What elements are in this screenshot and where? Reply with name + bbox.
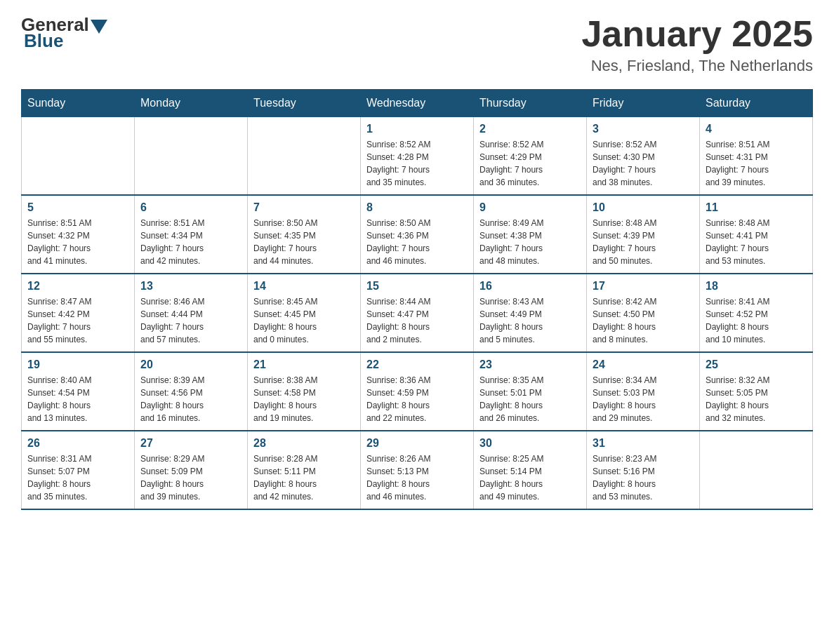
calendar-cell: 24Sunrise: 8:34 AM Sunset: 5:03 PM Dayli… [587, 352, 700, 431]
day-info: Sunrise: 8:29 AM Sunset: 5:09 PM Dayligh… [140, 452, 241, 503]
calendar-cell: 17Sunrise: 8:42 AM Sunset: 4:50 PM Dayli… [587, 274, 700, 352]
calendar-table: SundayMondayTuesdayWednesdayThursdayFrid… [21, 89, 813, 510]
weekday-header-thursday: Thursday [474, 90, 587, 117]
calendar-body: 1Sunrise: 8:52 AM Sunset: 4:28 PM Daylig… [22, 117, 813, 510]
calendar-cell: 15Sunrise: 8:44 AM Sunset: 4:47 PM Dayli… [361, 274, 474, 352]
day-info: Sunrise: 8:44 AM Sunset: 4:47 PM Dayligh… [366, 295, 468, 346]
calendar-cell [700, 431, 813, 509]
day-info: Sunrise: 8:25 AM Sunset: 5:14 PM Dayligh… [479, 452, 581, 503]
calendar-cell: 12Sunrise: 8:47 AM Sunset: 4:42 PM Dayli… [22, 274, 135, 352]
weekday-header-tuesday: Tuesday [248, 90, 361, 117]
day-number: 7 [253, 201, 355, 214]
day-number: 22 [366, 358, 468, 371]
weekday-header-wednesday: Wednesday [361, 90, 474, 117]
day-info: Sunrise: 8:52 AM Sunset: 4:29 PM Dayligh… [479, 138, 581, 189]
day-info: Sunrise: 8:23 AM Sunset: 5:16 PM Dayligh… [593, 452, 694, 503]
day-number: 18 [706, 280, 807, 293]
calendar-cell: 26Sunrise: 8:31 AM Sunset: 5:07 PM Dayli… [22, 431, 135, 509]
weekday-header-monday: Monday [135, 90, 248, 117]
day-info: Sunrise: 8:41 AM Sunset: 4:52 PM Dayligh… [706, 295, 807, 346]
calendar-cell: 6Sunrise: 8:51 AM Sunset: 4:34 PM Daylig… [135, 195, 248, 274]
calendar-cell: 2Sunrise: 8:52 AM Sunset: 4:29 PM Daylig… [474, 117, 587, 196]
day-info: Sunrise: 8:38 AM Sunset: 4:58 PM Dayligh… [253, 374, 355, 424]
calendar-week-4: 19Sunrise: 8:40 AM Sunset: 4:54 PM Dayli… [22, 352, 813, 431]
day-info: Sunrise: 8:36 AM Sunset: 4:59 PM Dayligh… [366, 374, 468, 424]
day-info: Sunrise: 8:39 AM Sunset: 4:56 PM Dayligh… [140, 374, 241, 424]
day-number: 28 [253, 437, 355, 450]
weekday-header-saturday: Saturday [700, 90, 813, 117]
calendar-week-3: 12Sunrise: 8:47 AM Sunset: 4:42 PM Dayli… [22, 274, 813, 352]
calendar-cell: 3Sunrise: 8:52 AM Sunset: 4:30 PM Daylig… [587, 117, 700, 196]
day-info: Sunrise: 8:48 AM Sunset: 4:41 PM Dayligh… [706, 217, 807, 267]
day-info: Sunrise: 8:49 AM Sunset: 4:38 PM Dayligh… [479, 217, 581, 267]
day-info: Sunrise: 8:32 AM Sunset: 5:05 PM Dayligh… [706, 374, 807, 424]
day-info: Sunrise: 8:26 AM Sunset: 5:13 PM Dayligh… [366, 452, 468, 503]
day-info: Sunrise: 8:28 AM Sunset: 5:11 PM Dayligh… [253, 452, 355, 503]
title-section: January 2025 Nes, Friesland, The Netherl… [581, 14, 813, 75]
calendar-cell: 14Sunrise: 8:45 AM Sunset: 4:45 PM Dayli… [248, 274, 361, 352]
day-number: 13 [140, 280, 241, 293]
day-info: Sunrise: 8:46 AM Sunset: 4:44 PM Dayligh… [140, 295, 241, 346]
calendar-cell: 28Sunrise: 8:28 AM Sunset: 5:11 PM Dayli… [248, 431, 361, 509]
day-number: 2 [479, 123, 581, 135]
calendar-title: January 2025 [581, 14, 813, 54]
calendar-cell: 25Sunrise: 8:32 AM Sunset: 5:05 PM Dayli… [700, 352, 813, 431]
day-info: Sunrise: 8:40 AM Sunset: 4:54 PM Dayligh… [27, 374, 128, 424]
day-number: 3 [593, 123, 694, 135]
day-info: Sunrise: 8:34 AM Sunset: 5:03 PM Dayligh… [593, 374, 694, 424]
day-info: Sunrise: 8:51 AM Sunset: 4:34 PM Dayligh… [140, 217, 241, 267]
day-info: Sunrise: 8:42 AM Sunset: 4:50 PM Dayligh… [593, 295, 694, 346]
calendar-cell: 5Sunrise: 8:51 AM Sunset: 4:32 PM Daylig… [22, 195, 135, 274]
day-info: Sunrise: 8:35 AM Sunset: 5:01 PM Dayligh… [479, 374, 581, 424]
day-number: 4 [706, 123, 807, 135]
day-number: 5 [27, 201, 128, 214]
calendar-cell: 29Sunrise: 8:26 AM Sunset: 5:13 PM Dayli… [361, 431, 474, 509]
logo-triangle-icon [91, 20, 107, 34]
day-number: 17 [593, 280, 694, 293]
logo: General Blue [21, 14, 109, 52]
day-info: Sunrise: 8:45 AM Sunset: 4:45 PM Dayligh… [253, 295, 355, 346]
day-number: 19 [27, 358, 128, 371]
calendar-week-2: 5Sunrise: 8:51 AM Sunset: 4:32 PM Daylig… [22, 195, 813, 274]
calendar-cell: 30Sunrise: 8:25 AM Sunset: 5:14 PM Dayli… [474, 431, 587, 509]
calendar-cell: 1Sunrise: 8:52 AM Sunset: 4:28 PM Daylig… [361, 117, 474, 196]
calendar-cell: 9Sunrise: 8:49 AM Sunset: 4:38 PM Daylig… [474, 195, 587, 274]
day-number: 27 [140, 437, 241, 450]
day-number: 23 [479, 358, 581, 371]
calendar-cell: 16Sunrise: 8:43 AM Sunset: 4:49 PM Dayli… [474, 274, 587, 352]
day-number: 30 [479, 437, 581, 450]
day-number: 31 [593, 437, 694, 450]
calendar-cell: 13Sunrise: 8:46 AM Sunset: 4:44 PM Dayli… [135, 274, 248, 352]
day-info: Sunrise: 8:43 AM Sunset: 4:49 PM Dayligh… [479, 295, 581, 346]
day-info: Sunrise: 8:31 AM Sunset: 5:07 PM Dayligh… [27, 452, 128, 503]
calendar-cell: 31Sunrise: 8:23 AM Sunset: 5:16 PM Dayli… [587, 431, 700, 509]
calendar-cell [248, 117, 361, 196]
calendar-cell [135, 117, 248, 196]
weekday-header-friday: Friday [587, 90, 700, 117]
day-number: 1 [366, 123, 468, 135]
weekday-header-row: SundayMondayTuesdayWednesdayThursdayFrid… [22, 90, 813, 117]
day-number: 11 [706, 201, 807, 214]
day-info: Sunrise: 8:51 AM Sunset: 4:32 PM Dayligh… [27, 217, 128, 267]
day-info: Sunrise: 8:51 AM Sunset: 4:31 PM Dayligh… [706, 138, 807, 189]
day-number: 21 [253, 358, 355, 371]
calendar-cell: 7Sunrise: 8:50 AM Sunset: 4:35 PM Daylig… [248, 195, 361, 274]
calendar-cell: 4Sunrise: 8:51 AM Sunset: 4:31 PM Daylig… [700, 117, 813, 196]
calendar-header: SundayMondayTuesdayWednesdayThursdayFrid… [22, 90, 813, 117]
page-header: General Blue January 2025 Nes, Friesland… [21, 14, 813, 75]
day-info: Sunrise: 8:52 AM Sunset: 4:28 PM Dayligh… [366, 138, 468, 189]
calendar-cell [22, 117, 135, 196]
calendar-cell: 20Sunrise: 8:39 AM Sunset: 4:56 PM Dayli… [135, 352, 248, 431]
calendar-subtitle: Nes, Friesland, The Netherlands [581, 57, 813, 75]
calendar-cell: 27Sunrise: 8:29 AM Sunset: 5:09 PM Dayli… [135, 431, 248, 509]
calendar-cell: 11Sunrise: 8:48 AM Sunset: 4:41 PM Dayli… [700, 195, 813, 274]
calendar-cell: 8Sunrise: 8:50 AM Sunset: 4:36 PM Daylig… [361, 195, 474, 274]
calendar-cell: 21Sunrise: 8:38 AM Sunset: 4:58 PM Dayli… [248, 352, 361, 431]
day-number: 15 [366, 280, 468, 293]
day-number: 8 [366, 201, 468, 214]
day-info: Sunrise: 8:50 AM Sunset: 4:36 PM Dayligh… [366, 217, 468, 267]
day-info: Sunrise: 8:52 AM Sunset: 4:30 PM Dayligh… [593, 138, 694, 189]
calendar-week-1: 1Sunrise: 8:52 AM Sunset: 4:28 PM Daylig… [22, 117, 813, 196]
day-number: 10 [593, 201, 694, 214]
day-number: 29 [366, 437, 468, 450]
